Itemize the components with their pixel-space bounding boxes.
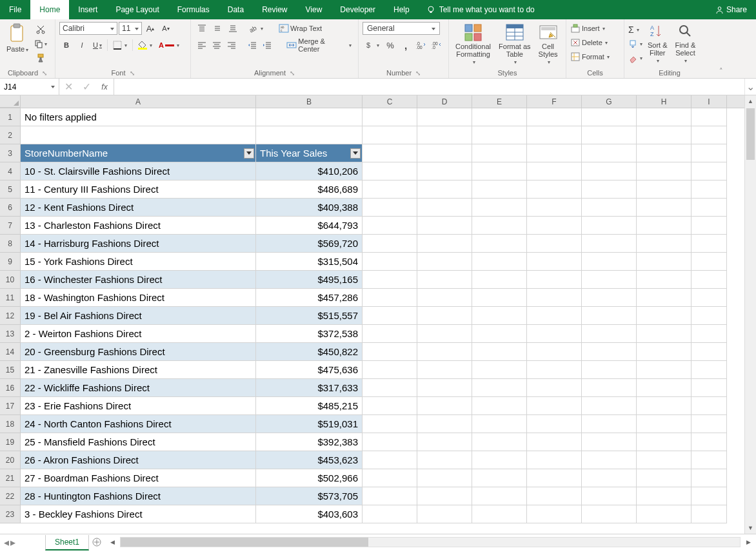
cell[interactable] bbox=[582, 487, 637, 505]
cell[interactable] bbox=[637, 487, 691, 505]
cell[interactable] bbox=[582, 217, 637, 235]
decrease-decimal-button[interactable]: .00.0 bbox=[430, 39, 444, 52]
cell[interactable] bbox=[691, 415, 727, 433]
filter-button[interactable] bbox=[244, 148, 254, 159]
row-header-10[interactable]: 10 bbox=[0, 271, 21, 289]
cell[interactable] bbox=[527, 271, 582, 289]
cell[interactable] bbox=[472, 271, 527, 289]
cell[interactable] bbox=[21, 126, 256, 144]
cell[interactable] bbox=[363, 469, 417, 487]
increase-decimal-button[interactable]: .0.00 bbox=[414, 39, 428, 52]
column-header-G[interactable]: G bbox=[582, 95, 637, 108]
cell[interactable] bbox=[363, 126, 417, 144]
cell[interactable] bbox=[417, 361, 472, 379]
cell[interactable] bbox=[527, 379, 582, 397]
cell[interactable]: $573,705 bbox=[256, 487, 363, 505]
decrease-font-button[interactable]: A▾ bbox=[159, 22, 173, 35]
row-header-19[interactable]: 19 bbox=[0, 433, 21, 451]
cell[interactable] bbox=[691, 487, 727, 505]
column-header-C[interactable]: C bbox=[363, 95, 417, 108]
cell[interactable]: $475,636 bbox=[256, 361, 363, 379]
cell[interactable] bbox=[691, 126, 727, 144]
cell[interactable]: 22 - Wickliffe Fashions Direct bbox=[21, 379, 256, 397]
cell[interactable] bbox=[363, 361, 417, 379]
cell[interactable] bbox=[527, 433, 582, 451]
cell[interactable] bbox=[527, 235, 582, 253]
cell[interactable] bbox=[582, 271, 637, 289]
number-dialog-launcher[interactable]: ⤡ bbox=[415, 70, 421, 77]
cell[interactable] bbox=[691, 397, 727, 415]
cell[interactable] bbox=[417, 217, 472, 235]
borders-button[interactable]: ▾ bbox=[110, 39, 130, 52]
cell[interactable] bbox=[582, 433, 637, 451]
cell[interactable]: 16 - Winchester Fashions Direct bbox=[21, 271, 256, 289]
cell[interactable] bbox=[691, 199, 727, 217]
delete-cells-button[interactable]: Delete▾ bbox=[570, 36, 610, 49]
number-format-combo[interactable]: General bbox=[363, 22, 440, 35]
cell[interactable]: 21 - Zanesville Fashions Direct bbox=[21, 361, 256, 379]
cell[interactable] bbox=[472, 487, 527, 505]
cell[interactable] bbox=[582, 343, 637, 361]
cell[interactable]: $392,383 bbox=[256, 433, 363, 451]
cell[interactable] bbox=[472, 397, 527, 415]
cell[interactable] bbox=[417, 289, 472, 307]
cell[interactable]: 20 - Greensburg Fashions Direct bbox=[21, 343, 256, 361]
cell[interactable] bbox=[417, 469, 472, 487]
cell[interactable]: $410,206 bbox=[256, 162, 363, 180]
tab-file[interactable]: File bbox=[0, 0, 30, 19]
cell[interactable] bbox=[472, 108, 527, 126]
cell[interactable] bbox=[691, 307, 727, 325]
cell[interactable] bbox=[363, 415, 417, 433]
cell[interactable]: 19 - Bel Air Fashions Direct bbox=[21, 307, 256, 325]
cell[interactable] bbox=[472, 379, 527, 397]
cell[interactable] bbox=[417, 325, 472, 343]
cell[interactable] bbox=[527, 289, 582, 307]
cell[interactable] bbox=[472, 307, 527, 325]
cell[interactable] bbox=[472, 235, 527, 253]
cell[interactable]: 14 - Harrisburg Fashions Direct bbox=[21, 235, 256, 253]
cell[interactable] bbox=[637, 180, 691, 199]
cell[interactable] bbox=[472, 451, 527, 469]
alignment-dialog-launcher[interactable]: ⤡ bbox=[290, 70, 295, 77]
cell[interactable] bbox=[363, 162, 417, 180]
cell[interactable] bbox=[637, 289, 691, 307]
cell[interactable]: 3 - Beckley Fashions Direct bbox=[21, 505, 256, 523]
fill-button[interactable]: ▾ bbox=[628, 37, 642, 50]
tab-data[interactable]: Data bbox=[219, 0, 253, 19]
cell[interactable]: 10 - St. Clairsville Fashions Direct bbox=[21, 162, 256, 180]
cell[interactable] bbox=[472, 433, 527, 451]
tab-page-layout[interactable]: Page Layout bbox=[106, 0, 168, 19]
row-header-8[interactable]: 8 bbox=[0, 235, 21, 253]
cell[interactable] bbox=[637, 451, 691, 469]
cell[interactable] bbox=[691, 325, 727, 343]
row-header-7[interactable]: 7 bbox=[0, 217, 21, 235]
row-header-22[interactable]: 22 bbox=[0, 487, 21, 505]
cell[interactable] bbox=[472, 199, 527, 217]
cell[interactable] bbox=[363, 289, 417, 307]
clear-button[interactable]: ▾ bbox=[628, 52, 642, 64]
cell[interactable] bbox=[363, 343, 417, 361]
row-header-5[interactable]: 5 bbox=[0, 180, 21, 199]
cell[interactable] bbox=[417, 433, 472, 451]
tab-review[interactable]: Review bbox=[253, 0, 296, 19]
cell[interactable] bbox=[582, 126, 637, 144]
row-header-9[interactable]: 9 bbox=[0, 253, 21, 271]
cell[interactable] bbox=[417, 162, 472, 180]
underline-button[interactable]: U▾ bbox=[90, 39, 104, 52]
cell[interactable] bbox=[637, 379, 691, 397]
cell[interactable] bbox=[472, 343, 527, 361]
cell[interactable] bbox=[527, 126, 582, 144]
cell[interactable] bbox=[417, 235, 472, 253]
tell-me-search[interactable]: Tell me what you want to do bbox=[419, 0, 542, 19]
conditional-formatting-button[interactable]: Conditional Formatting▾ bbox=[453, 22, 493, 66]
cell[interactable]: $403,603 bbox=[256, 505, 363, 523]
cell[interactable] bbox=[363, 217, 417, 235]
cell[interactable] bbox=[637, 505, 691, 523]
cell[interactable] bbox=[417, 379, 472, 397]
cell[interactable] bbox=[637, 325, 691, 343]
cell[interactable] bbox=[256, 108, 363, 126]
cell[interactable] bbox=[691, 144, 727, 162]
cell[interactable] bbox=[582, 108, 637, 126]
cell[interactable] bbox=[527, 469, 582, 487]
row-header-1[interactable]: 1 bbox=[0, 108, 21, 126]
